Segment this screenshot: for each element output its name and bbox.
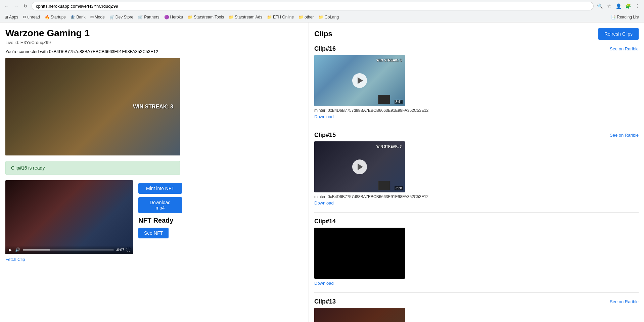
clip-item: Clip#15 See on Rarible WIN STREAK: 3 3:2… — [314, 132, 639, 213]
bookmark-devstore[interactable]: 🛒 Dev Store — [107, 14, 135, 20]
clip16-time: 3:41 — [395, 100, 403, 104]
bookmark-starstream-ads[interactable]: 📁 Starstream Ads — [227, 14, 264, 20]
clips-title: Clips — [314, 30, 332, 38]
clip13-header: Clip#13 See on Rarible — [314, 298, 639, 305]
mute-button[interactable]: 🔊 — [14, 247, 21, 253]
clip-section: ▶ 🔊 -0:07 ⛶ Mint into NFT Download mp4 N… — [5, 180, 303, 254]
main-container: Warzone Gaming 1 Live id: H3YnCrduqZ99 Y… — [0, 22, 644, 322]
bookmark-other[interactable]: 📁 other — [296, 14, 316, 20]
startups-icon: 🔥 — [45, 15, 50, 19]
see-nft-button[interactable]: See NFT — [138, 228, 169, 238]
clip16-win-streak: WIN STREAK: 3 — [376, 58, 402, 62]
unread-icon: ✉ — [23, 15, 26, 19]
extensions-icon[interactable]: 🧩 — [624, 2, 632, 10]
clip13-number: Clip#13 — [314, 298, 336, 305]
clip15-time: 3:28 — [395, 186, 403, 190]
clip-actions: Mint into NFT Download mp4 NFT Ready See… — [138, 180, 182, 238]
clip-preview: ▶ 🔊 -0:07 ⛶ — [5, 180, 133, 254]
clip13-thumbnail — [314, 308, 405, 322]
clip16-play-btn[interactable] — [352, 73, 367, 88]
forward-button[interactable]: → — [12, 2, 20, 10]
clip-item: Clip#16 See on Rarible WIN STREAK: 3 3:4… — [314, 45, 639, 126]
connected-message: You're connected with 0xB4D6B7757d88BA7E… — [5, 49, 303, 54]
bookmark-starstream-tools[interactable]: 📁 Starstream Tools — [186, 14, 226, 20]
nav-buttons: ← → ↻ — [3, 2, 30, 10]
clip16-header: Clip#16 See on Rarible — [314, 45, 639, 52]
clip15-play-btn[interactable] — [352, 159, 367, 174]
live-id: Live id: H3YnCrduqZ99 — [5, 40, 303, 45]
clip15-header: Clip#15 See on Rarible — [314, 132, 639, 139]
heroku-icon: 🟣 — [164, 15, 169, 19]
mode-icon: ✉ — [90, 15, 94, 19]
clip15-number: Clip#15 — [314, 132, 336, 139]
browser-chrome: ← → ↻ 🔍 ☆ 👤 🧩 ⋮ ⊞ Apps ✉ unread 🔥 Startu… — [0, 0, 644, 22]
devstore-icon: 🛒 — [109, 15, 114, 19]
clip14-header: Clip#14 — [314, 218, 639, 225]
search-icon[interactable]: 🔍 — [596, 2, 604, 10]
play-button[interactable]: ▶ — [8, 247, 12, 253]
clip-item: Clip#14 Download — [314, 218, 639, 293]
bookmarks-bar: ⊞ Apps ✉ unread 🔥 Startups 🏦 Bank ✉ Mode… — [0, 12, 644, 22]
partners-icon: 🛒 — [138, 15, 143, 19]
clip-ready-banner: Clip#16 is ready. — [5, 161, 180, 175]
bookmark-startups[interactable]: 🔥 Startups — [43, 14, 68, 20]
play-triangle-icon — [358, 77, 363, 84]
clip15-minter: minter: 0xB4D6B7757d88BA7EBCB6663E91E98F… — [314, 194, 639, 199]
clip-item: Clip#13 See on Rarible — [314, 298, 639, 322]
right-panel: Clips Refresh Clips Clip#16 See on Rarib… — [309, 22, 644, 322]
clip16-thumbnail[interactable]: WIN STREAK: 3 3:41 — [314, 55, 405, 106]
main-video-inner: WIN STREAK: 3 — [5, 58, 180, 155]
clip15-win-streak: WIN STREAK: 3 — [376, 145, 402, 148]
profile-icon[interactable]: 👤 — [614, 2, 623, 10]
clips-header: Clips Refresh Clips — [314, 28, 639, 40]
reload-button[interactable]: ↻ — [21, 2, 30, 10]
browser-toolbar: ← → ↻ 🔍 ☆ 👤 🧩 ⋮ — [0, 0, 644, 12]
bookmark-eth-online[interactable]: 📁 ETH Online — [265, 14, 296, 20]
address-bar[interactable] — [32, 2, 594, 10]
clip15-see-on-rarible[interactable]: See on Rarible — [610, 133, 639, 138]
bookmark-mode[interactable]: ✉ Mode — [88, 14, 107, 20]
video-controls: ▶ 🔊 -0:07 ⛶ — [5, 245, 133, 254]
bookmark-bank[interactable]: 🏦 Bank — [68, 14, 87, 20]
clip16-cam — [378, 95, 390, 104]
progress-bar[interactable] — [23, 249, 114, 250]
clip-preview-inner — [5, 180, 133, 254]
nft-ready-label: NFT Ready — [138, 217, 182, 224]
fetch-clip-link[interactable]: Fetch Clip — [5, 257, 303, 262]
reading-list[interactable]: 📑 Reading List — [609, 14, 641, 20]
mint-nft-button[interactable]: Mint into NFT — [138, 183, 182, 194]
time-display: -0:07 — [116, 248, 124, 252]
main-video: WIN STREAK: 3 — [5, 58, 180, 155]
menu-icon[interactable]: ⋮ — [633, 2, 641, 10]
clip14-thumbnail — [314, 228, 405, 279]
bookmark-unread[interactable]: ✉ unread — [21, 14, 42, 20]
folder2-icon: 📁 — [229, 15, 234, 19]
clip15-cam — [378, 181, 390, 190]
bookmark-heroku[interactable]: 🟣 Heroku — [162, 14, 185, 20]
clip13-see-on-rarible[interactable]: See on Rarible — [610, 299, 639, 304]
win-streak-overlay: WIN STREAK: 3 — [133, 104, 173, 110]
clip14-download-link[interactable]: Download — [314, 281, 639, 286]
bookmark-partners[interactable]: 🛒 Partners — [136, 14, 161, 20]
clip15-thumbnail[interactable]: WIN STREAK: 3 3:28 — [314, 141, 405, 192]
folder5-icon: 📁 — [318, 15, 323, 19]
bookmark-apps[interactable]: ⊞ Apps — [3, 14, 20, 20]
folder-icon: 📁 — [188, 15, 193, 19]
clip16-number: Clip#16 — [314, 45, 336, 52]
browser-icons: 🔍 ☆ 👤 🧩 ⋮ — [596, 2, 641, 10]
bookmark-golang[interactable]: 📁 GoLang — [316, 14, 341, 20]
live-id-value: H3YnCrduqZ99 — [20, 40, 51, 45]
left-panel: Warzone Gaming 1 Live id: H3YnCrduqZ99 Y… — [0, 22, 309, 322]
clip14-number: Clip#14 — [314, 218, 336, 225]
refresh-clips-button[interactable]: Refresh Clips — [598, 28, 639, 40]
reading-list-icon: 📑 — [611, 15, 616, 19]
download-mp4-button[interactable]: Download mp4 — [138, 197, 182, 213]
back-button[interactable]: ← — [3, 2, 11, 10]
folder4-icon: 📁 — [298, 15, 304, 19]
clip16-see-on-rarible[interactable]: See on Rarible — [610, 46, 639, 51]
live-id-label: Live id: — [5, 40, 19, 45]
clip15-download-link[interactable]: Download — [314, 200, 639, 205]
fullscreen-button[interactable]: ⛶ — [126, 247, 130, 252]
star-icon[interactable]: ☆ — [605, 2, 613, 10]
clip16-download-link[interactable]: Download — [314, 114, 639, 119]
